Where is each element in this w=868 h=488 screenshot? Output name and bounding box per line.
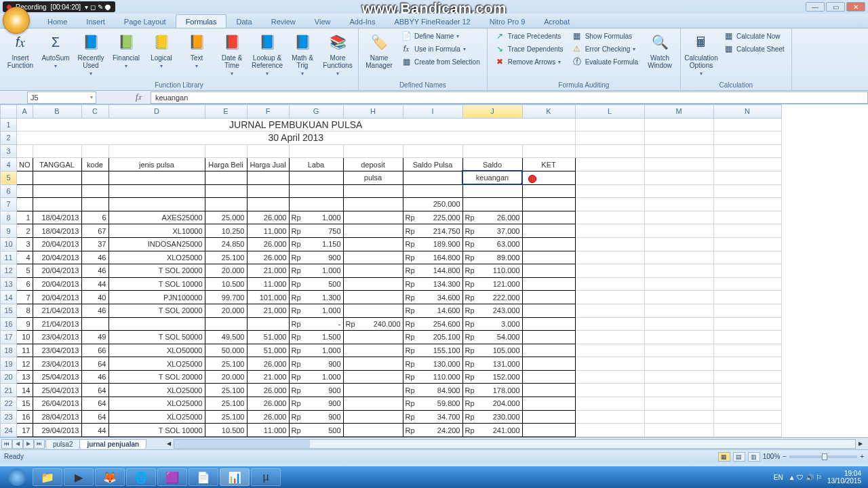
ribbon: f𝑥Insert Function ΣAutoSum 📘Recently Use… <box>0 28 868 91</box>
text-button[interactable]: 📙Text <box>180 30 213 70</box>
error-checking-button[interactable]: ⚠Error Checking <box>569 43 641 55</box>
tray-icons[interactable]: ▲ 🛡 🔊 ⚐ <box>789 474 822 481</box>
taskbar-app2[interactable]: 📄 <box>189 468 218 486</box>
sheet-tab-jurnal[interactable]: jurnal penjualan <box>79 439 146 449</box>
group-formula-auditing: Formula Auditing <box>492 81 676 89</box>
financial-button[interactable]: 📗Financial <box>110 30 142 70</box>
autosum-button[interactable]: ΣAutoSum <box>39 30 72 70</box>
taskbar-firefox[interactable]: 🦊 <box>95 468 125 486</box>
zoom-out[interactable]: − <box>783 453 787 460</box>
clock[interactable]: 19:0413/10/2015 <box>827 470 861 485</box>
sheet-nav-last[interactable]: ⏭ <box>34 439 45 449</box>
trace-precedents-button[interactable]: ↗Trace Precedents <box>492 30 566 42</box>
use-in-formula-button[interactable]: f𝑥Use in Formula <box>398 43 483 55</box>
name-box[interactable]: J5▾ <box>27 92 96 104</box>
recently-used-button[interactable]: 📘Recently Used <box>75 30 107 78</box>
formula-input[interactable]: keuangan <box>151 92 868 104</box>
date-time-button[interactable]: 📕Date & Time <box>216 30 248 78</box>
insert-function-button[interactable]: f𝑥Insert Function <box>4 30 37 70</box>
zoom-level: 100% <box>763 453 781 460</box>
tab-home[interactable]: Home <box>38 15 77 28</box>
tab-review[interactable]: Review <box>262 15 305 28</box>
zoom-slider[interactable] <box>789 455 857 458</box>
create-from-selection-button[interactable]: ▦Create from Selection <box>398 56 483 68</box>
taskbar-torrent[interactable]: µ <box>251 468 281 486</box>
taskbar-app1[interactable]: 🟪 <box>157 468 187 486</box>
view-normal[interactable]: ▦ <box>718 452 730 462</box>
tab-data[interactable]: Data <box>226 15 261 28</box>
tab-formulas[interactable]: Formulas <box>176 14 227 28</box>
status-bar: Ready ▦ ▤ ▥ 100% − + <box>0 449 868 463</box>
sheet-nav-next[interactable]: ▶ <box>23 439 34 449</box>
ribbon-tabs: Home Insert Page Layout Formulas Data Re… <box>0 14 868 28</box>
trace-dependents-button[interactable]: ↘Trace Dependents <box>492 43 566 55</box>
maximize-button[interactable]: ▭ <box>826 2 845 12</box>
taskbar-media[interactable]: ▶ <box>64 468 94 486</box>
tab-insert[interactable]: Insert <box>77 15 115 28</box>
tab-page-layout[interactable]: Page Layout <box>115 15 176 28</box>
sheet-nav-prev[interactable]: ◀ <box>12 439 23 449</box>
calculate-sheet-button[interactable]: ▦Calculate Sheet <box>720 43 787 55</box>
office-button[interactable] <box>3 7 30 34</box>
sheet-tab-pulsa2[interactable]: pulsa2 <box>45 439 80 449</box>
group-function-library: Function Library <box>4 81 354 89</box>
taskbar-chrome[interactable]: 🌐 <box>126 468 156 486</box>
tab-view[interactable]: View <box>305 15 340 28</box>
tab-abbyy[interactable]: ABBYY FineReader 12 <box>384 15 479 28</box>
group-defined-names: Defined Names <box>363 81 483 89</box>
lookup-ref-button[interactable]: 📘Lookup & Reference <box>251 30 283 78</box>
tab-acrobat[interactable]: Acrobat <box>534 15 579 28</box>
logical-button[interactable]: 📒Logical <box>145 30 178 70</box>
tab-nitro[interactable]: Nitro Pro 9 <box>480 15 535 28</box>
recording-time: 00:04:20 <box>52 3 79 11</box>
sheet-tab-bar: ⏮ ◀ ▶ ⏭ pulsa2 jurnal penjualan ◀▶ <box>0 437 868 449</box>
worksheet[interactable]: ABCDEFGHIJKLMN1JURNAL PEMBUKUAN PULSA230… <box>0 104 868 437</box>
evaluate-formula-button[interactable]: ⓕEvaluate Formula <box>569 56 641 68</box>
more-functions-button[interactable]: 📚More Functions <box>321 30 354 78</box>
horizontal-scrollbar[interactable]: ◀▶ <box>174 439 856 449</box>
taskbar-excel[interactable]: 📊 <box>220 468 250 486</box>
taskbar: 📁 ▶ 🦊 🌐 🟪 📄 📊 µ EN ▲ 🛡 🔊 ⚐ 19:0413/10/20… <box>0 466 868 488</box>
status-text: Ready <box>4 453 24 460</box>
fx-icon[interactable]: f𝑥 <box>136 92 146 103</box>
zoom-in[interactable]: + <box>860 453 864 460</box>
taskbar-explorer[interactable]: 📁 <box>33 468 62 486</box>
tab-addins[interactable]: Add-Ins <box>340 15 384 28</box>
view-layout[interactable]: ▤ <box>733 452 745 462</box>
calculate-now-button[interactable]: ▦Calculate Now <box>720 30 787 42</box>
calc-options-button[interactable]: 🖩Calculation Options <box>685 30 717 78</box>
close-button[interactable]: ✕ <box>846 2 865 12</box>
name-manager-button[interactable]: 🏷️Name Manager <box>363 30 395 70</box>
watch-window-button[interactable]: 🔍Watch Window <box>644 30 676 70</box>
minimize-button[interactable]: — <box>806 2 825 12</box>
view-pagebreak[interactable]: ▥ <box>748 452 760 462</box>
sheet-nav-first[interactable]: ⏮ <box>1 439 12 449</box>
remove-arrows-button[interactable]: ✖Remove Arrows <box>492 56 566 68</box>
math-trig-button[interactable]: 📘Math & Trig <box>286 30 319 78</box>
language-indicator[interactable]: EN <box>774 474 783 481</box>
group-calculation: Calculation <box>685 81 787 89</box>
show-formulas-button[interactable]: ▦Show Formulas <box>569 30 641 42</box>
start-button[interactable] <box>3 468 31 487</box>
define-name-button[interactable]: 📄Define Name <box>398 30 483 42</box>
formula-bar: J5▾ f𝑥 keuangan <box>0 91 868 104</box>
